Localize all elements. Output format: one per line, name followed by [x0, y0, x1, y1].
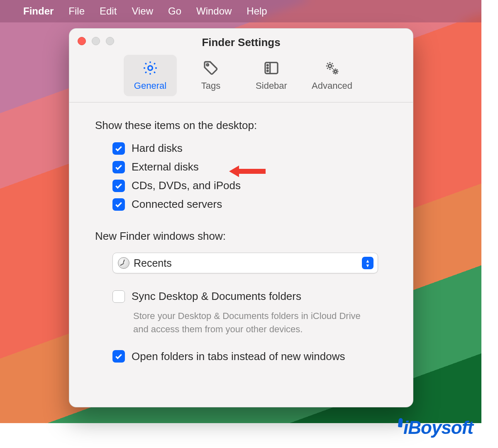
- checkbox-external-disks[interactable]: External disks: [112, 161, 387, 173]
- checkbox-label: Connected servers: [132, 198, 222, 211]
- checkbox-open-in-tabs[interactable]: Open folders in tabs instead of new wind…: [112, 350, 387, 363]
- window-zoom-button[interactable]: [106, 37, 114, 45]
- checkbox-sync-desktop-documents[interactable]: Sync Desktop & Documents folders: [112, 290, 387, 303]
- svg-point-0: [148, 66, 153, 71]
- svg-point-8: [334, 70, 337, 73]
- recents-icon: [118, 257, 129, 269]
- menu-help[interactable]: Help: [247, 5, 267, 17]
- checkbox-cds-dvds-ipods[interactable]: CDs, DVDs, and iPods: [112, 179, 387, 192]
- menu-bar: Finder File Edit View Go Window Help: [0, 0, 481, 22]
- checkbox-icon: [112, 290, 125, 303]
- select-value: Recents: [134, 257, 172, 269]
- checkbox-connected-servers[interactable]: Connected servers: [112, 198, 387, 211]
- watermark-dot-icon: [398, 418, 403, 428]
- checkbox-label: Open folders in tabs instead of new wind…: [132, 350, 345, 363]
- tab-tags[interactable]: Tags: [184, 55, 237, 96]
- window-minimize-button[interactable]: [92, 37, 100, 45]
- sync-description: Store your Desktop & Documents folders i…: [133, 309, 366, 336]
- page-margin-right: [481, 0, 498, 448]
- tab-general[interactable]: General: [124, 55, 177, 96]
- finder-settings-window: Finder Settings General Tags Sidebar: [69, 28, 413, 407]
- tab-label: General: [134, 80, 166, 91]
- title-bar: Finder Settings General Tags Sidebar: [69, 29, 413, 102]
- general-pane: Show these items on the desktop: Hard di…: [69, 102, 413, 371]
- watermark-text: iBoysoft: [403, 417, 473, 438]
- menu-app-name[interactable]: Finder: [23, 5, 54, 17]
- checkbox-icon: [112, 161, 125, 173]
- settings-toolbar: General Tags Sidebar Advanced: [69, 49, 413, 102]
- checkbox-icon: [112, 180, 125, 192]
- window-close-button[interactable]: [78, 37, 86, 45]
- new-windows-label: New Finder windows show:: [95, 230, 387, 243]
- menu-view[interactable]: View: [132, 5, 153, 17]
- menu-edit[interactable]: Edit: [100, 5, 117, 17]
- checkbox-icon: [112, 142, 125, 155]
- svg-point-5: [267, 68, 269, 69]
- watermark-logo: iBoysoft: [398, 417, 473, 438]
- select-stepper-icon: ▲▼: [362, 257, 374, 269]
- gear-icon: [141, 59, 159, 77]
- checkbox-label: External disks: [132, 161, 199, 173]
- tab-advanced[interactable]: Advanced: [305, 55, 359, 96]
- svg-point-7: [328, 64, 332, 68]
- window-title: Finder Settings: [69, 36, 413, 49]
- checkbox-hard-disks[interactable]: Hard disks: [112, 142, 387, 155]
- new-windows-select[interactable]: Recents ▲▼: [112, 253, 378, 273]
- menu-file[interactable]: File: [68, 5, 85, 17]
- tag-icon: [202, 59, 220, 77]
- menu-window[interactable]: Window: [196, 5, 232, 17]
- checkbox-label: Hard disks: [132, 142, 183, 155]
- show-on-desktop-label: Show these items on the desktop:: [95, 119, 387, 132]
- sidebar-icon: [262, 59, 281, 77]
- desktop-items-list: Hard disks External disks CDs, DVDs, and…: [95, 142, 387, 211]
- checkbox-icon: [112, 198, 125, 211]
- svg-point-6: [267, 70, 269, 71]
- svg-point-1: [207, 64, 209, 66]
- tab-label: Advanced: [312, 80, 352, 91]
- tab-sidebar[interactable]: Sidebar: [245, 55, 298, 96]
- menu-go[interactable]: Go: [168, 5, 181, 17]
- svg-point-4: [267, 65, 269, 66]
- checkbox-label: CDs, DVDs, and iPods: [132, 179, 241, 192]
- checkbox-icon: [112, 350, 125, 363]
- tab-label: Sidebar: [256, 80, 287, 91]
- traffic-lights: [78, 37, 114, 45]
- tab-label: Tags: [201, 80, 220, 91]
- checkbox-label: Sync Desktop & Documents folders: [132, 290, 301, 303]
- gears-icon: [323, 59, 341, 77]
